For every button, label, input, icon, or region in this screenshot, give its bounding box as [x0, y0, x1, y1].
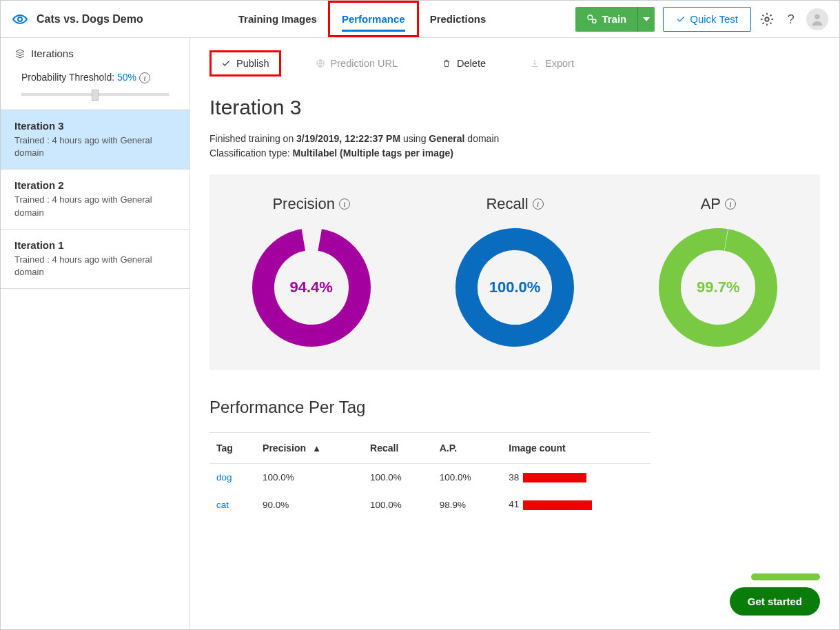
iteration-heading: Iteration 3 — [209, 96, 820, 119]
iteration-title: Iteration 1 — [14, 239, 176, 251]
col-ap[interactable]: A.P. — [433, 433, 502, 464]
col-precision[interactable]: Precision▴ — [256, 433, 363, 464]
top-actions: Train Quick Test ? — [575, 7, 828, 32]
svg-point-5 — [815, 14, 819, 19]
download-icon — [530, 59, 540, 68]
iteration-item[interactable]: Iteration 1 Trained : 4 hours ago with G… — [1, 230, 189, 289]
cell-recall: 100.0% — [363, 464, 433, 491]
sidebar-header: Iterations — [1, 38, 189, 69]
metric-card: AP i 99.7% — [656, 195, 780, 349]
metric-value: 99.7% — [697, 278, 739, 296]
count-bar — [523, 500, 592, 510]
donut-chart: 94.4% — [249, 225, 373, 349]
info-icon[interactable]: i — [725, 199, 736, 210]
iteration-title: Iteration 2 — [14, 179, 176, 191]
train-label: Train — [602, 13, 626, 25]
performance-per-tag-heading: Performance Per Tag — [209, 398, 820, 417]
performance-table: Tag Precision▴ Recall A.P. Image count d… — [209, 432, 651, 518]
donut-chart: 99.7% — [656, 225, 780, 349]
iteration-toolbar: Publish Prediction URL Delete Export — [209, 38, 820, 89]
svg-point-2 — [593, 19, 596, 23]
classification-type-line: Classification type: Multilabel (Multipl… — [209, 146, 820, 161]
trash-icon — [442, 59, 451, 68]
iteration-subtitle: Trained : 4 hours ago with General domai… — [14, 254, 176, 278]
cell-image-count: 41 — [502, 491, 651, 518]
project-title: Cats vs. Dogs Demo — [37, 13, 143, 26]
info-icon[interactable]: i — [139, 72, 150, 83]
quick-test-button[interactable]: Quick Test — [663, 7, 751, 32]
train-dropdown[interactable] — [638, 7, 655, 32]
col-recall[interactable]: Recall — [363, 433, 433, 464]
tab-predictions[interactable]: Predictions — [418, 2, 499, 36]
info-icon[interactable]: i — [533, 199, 544, 210]
col-image-count[interactable]: Image count — [502, 433, 651, 464]
caret-down-icon — [643, 17, 650, 21]
count-bar — [523, 473, 586, 482]
gears-icon — [586, 14, 597, 25]
tag-link[interactable]: dog — [216, 472, 232, 482]
top-bar: Cats vs. Dogs Demo Training Images Perfo… — [1, 1, 839, 38]
globe-icon — [316, 59, 325, 68]
sort-asc-icon: ▴ — [314, 443, 319, 454]
metric-card: Precision i 94.4% — [249, 195, 373, 349]
custom-vision-logo-icon — [12, 11, 28, 28]
training-finished-line: Finished training on 3/19/2019, 12:22:37… — [209, 132, 820, 146]
tab-training-images[interactable]: Training Images — [226, 2, 329, 36]
help-icon[interactable]: ? — [783, 12, 798, 27]
export-button: Export — [520, 52, 584, 74]
cell-precision: 100.0% — [256, 464, 363, 491]
iteration-subtitle: Trained : 4 hours ago with General domai… — [14, 134, 176, 159]
cell-ap: 100.0% — [433, 464, 502, 491]
sidebar: Iterations Probability Threshold: 50% i … — [1, 38, 190, 629]
content-area: Publish Prediction URL Delete Export Ite… — [190, 38, 839, 629]
iteration-item[interactable]: Iteration 2 Trained : 4 hours ago with G… — [1, 170, 189, 229]
donut-chart: 100.0% — [453, 225, 577, 349]
train-button[interactable]: Train — [575, 7, 655, 32]
threshold-value: 50% — [117, 72, 136, 83]
check-icon — [676, 14, 686, 24]
person-icon — [810, 12, 825, 27]
metric-value: 94.4% — [289, 278, 332, 296]
threshold-label: Probability Threshold: — [21, 72, 117, 83]
table-row: cat 90.0% 100.0% 98.9% 41 — [209, 491, 651, 518]
tag-link[interactable]: cat — [216, 500, 229, 510]
metric-title: Precision i — [249, 195, 373, 213]
cell-image-count: 38 — [502, 464, 651, 491]
chat-bubble-icon — [751, 573, 820, 580]
iteration-list: Iteration 3 Trained : 4 hours ago with G… — [1, 110, 189, 289]
sidebar-title: Iterations — [31, 48, 74, 59]
svg-point-1 — [588, 15, 593, 20]
col-tag[interactable]: Tag — [209, 433, 256, 464]
delete-button[interactable]: Delete — [432, 52, 495, 74]
chat-widget: Get started — [730, 573, 820, 616]
settings-icon[interactable] — [759, 12, 775, 27]
tab-performance[interactable]: Performance — [329, 2, 418, 36]
svg-point-0 — [18, 17, 22, 21]
metric-title: Recall i — [453, 195, 577, 213]
cell-recall: 100.0% — [363, 491, 433, 518]
metrics-panel: Precision i 94.4% Recall i 100.0% AP i 9… — [209, 174, 820, 370]
svg-text:?: ? — [787, 12, 794, 26]
metric-title: AP i — [656, 195, 780, 213]
publish-button[interactable]: Publish — [209, 50, 281, 77]
user-avatar[interactable] — [806, 8, 828, 30]
svg-point-3 — [765, 17, 769, 21]
threshold-slider[interactable] — [21, 86, 169, 103]
prediction-url-button: Prediction URL — [306, 52, 408, 74]
top-tabs: Training Images Performance Predictions — [226, 2, 499, 36]
metric-card: Recall i 100.0% — [453, 195, 577, 349]
iteration-subtitle: Trained : 4 hours ago with General domai… — [14, 194, 176, 219]
quick-test-label: Quick Test — [690, 13, 738, 25]
table-row: dog 100.0% 100.0% 100.0% 38 — [209, 464, 651, 491]
check-icon — [221, 59, 231, 68]
layers-icon — [14, 48, 25, 59]
metric-value: 100.0% — [489, 278, 541, 296]
cell-precision: 90.0% — [256, 491, 363, 518]
get-started-button[interactable]: Get started — [730, 587, 820, 616]
info-icon[interactable]: i — [339, 199, 350, 210]
cell-ap: 98.9% — [433, 491, 502, 518]
iteration-title: Iteration 3 — [14, 120, 176, 132]
threshold-control: Probability Threshold: 50% i — [1, 69, 189, 110]
iteration-item[interactable]: Iteration 3 Trained : 4 hours ago with G… — [1, 110, 189, 170]
